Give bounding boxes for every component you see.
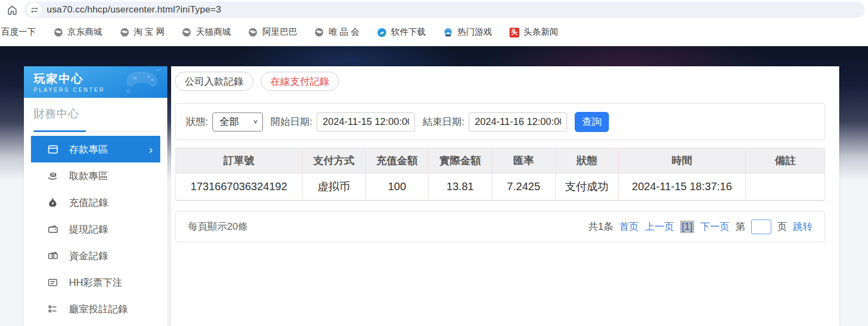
tab-company-deposit-records[interactable]: 公司入款記錄 bbox=[175, 72, 253, 91]
sidebar-item-label: 提現記錄 bbox=[69, 223, 108, 236]
bookmark-label: 热门游戏 bbox=[457, 27, 492, 38]
jump-page-input[interactable] bbox=[751, 220, 771, 234]
site-settings-icon[interactable] bbox=[27, 3, 41, 17]
bookmark-baidu[interactable]: 百度一下 bbox=[1, 27, 36, 38]
pagination-bar: 每頁顯示20條 共1条 首页 上一页 [1] 下一页 第 页 跳转 bbox=[175, 211, 825, 242]
tab-online-payment-records[interactable]: 在線支付記錄 bbox=[261, 72, 339, 91]
bookmark-label: 天猫商城 bbox=[196, 27, 231, 38]
cell-time: 2024-11-15 18:37:16 bbox=[619, 173, 746, 200]
sidebar-header: 玩家中心 PLAYERS CENTER bbox=[24, 66, 167, 98]
bookmark-label: 淘 宝 网 bbox=[134, 27, 165, 38]
wallet-icon bbox=[46, 223, 59, 235]
sidebar-item-label: 廳室投註記錄 bbox=[69, 303, 128, 316]
prev-page-link[interactable]: 上一页 bbox=[645, 220, 674, 233]
bookmark-label: 唯 品 会 bbox=[329, 27, 360, 38]
globe-icon bbox=[119, 28, 129, 37]
software-download-icon bbox=[377, 28, 387, 37]
col-header-exchange-rate: 匯率 bbox=[492, 148, 556, 173]
table-header-row: 訂單號 支付方式 充值金額 實際金額 匯率 狀態 時間 備註 bbox=[176, 148, 825, 173]
sidebar-item-label: 資金記錄 bbox=[69, 249, 108, 262]
sidebar-item-label: 充值記錄 bbox=[69, 196, 108, 209]
chevron-down-icon: ˅ bbox=[253, 118, 257, 126]
bookmark-label: 软件下载 bbox=[391, 27, 426, 38]
bookmark-jd[interactable]: 京东商城 bbox=[53, 27, 102, 38]
bookmark-label: 头条新闻 bbox=[524, 27, 558, 38]
game-mascot-icon bbox=[443, 28, 453, 37]
next-page-link[interactable]: 下一页 bbox=[700, 220, 729, 233]
cell-payment-method: 虚拟币 bbox=[303, 173, 366, 200]
ticket-list-icon bbox=[46, 277, 59, 288]
toutiao-icon: 头 bbox=[510, 28, 519, 37]
sidebar: 玩家中心 PLAYERS CENTER 財務中心 存款專區 › 取款專區 ¥ 充… bbox=[24, 66, 167, 326]
record-tabs: 公司入款記錄 在線支付記錄 bbox=[175, 72, 347, 91]
main-panel: 公司入款記錄 在線支付記錄 狀態: 全部 ˅ 開始日期: 結束日期: 查詢 訂單… bbox=[171, 66, 839, 326]
sidebar-item-withdrawal-records[interactable]: 提現記錄 bbox=[31, 216, 160, 242]
col-header-remark: 備註 bbox=[746, 148, 825, 173]
sidebar-item-funds-records[interactable]: 資金記錄 bbox=[31, 242, 160, 269]
status-label: 狀態: bbox=[186, 115, 208, 128]
globe-icon bbox=[248, 28, 258, 37]
cell-remark bbox=[746, 173, 825, 200]
globe-icon bbox=[315, 28, 324, 37]
bookmark-software[interactable]: 软件下载 bbox=[377, 27, 426, 38]
bookmark-label: 京东商城 bbox=[67, 27, 102, 38]
sidebar-item-label: 存款專區 bbox=[69, 143, 108, 156]
bookmark-games[interactable]: 热门游戏 bbox=[443, 27, 492, 38]
banknote-icon bbox=[46, 250, 59, 261]
first-page-link[interactable]: 首页 bbox=[619, 220, 639, 233]
cell-recharge-amount: 100 bbox=[366, 173, 429, 200]
bookmark-label: 阿里巴巴 bbox=[262, 27, 297, 38]
status-select-value: 全部 bbox=[219, 115, 239, 128]
cell-exchange-rate: 7.2425 bbox=[492, 173, 556, 200]
finance-center-title: 財務中心 bbox=[34, 106, 158, 121]
sidebar-section: 財務中心 bbox=[34, 106, 158, 131]
status-select[interactable]: 全部 ˅ bbox=[212, 112, 263, 131]
total-count-text: 共1条 bbox=[588, 220, 613, 233]
cell-order-no: 1731667036324192 bbox=[176, 173, 303, 200]
address-bar[interactable]: usa70.cc/hhcp/usercenter.html?iniType=3 bbox=[24, 2, 865, 18]
sidebar-item-hh-lottery-bets[interactable]: HH彩票下注 bbox=[31, 269, 160, 296]
jump-button[interactable]: 跳转 bbox=[793, 220, 813, 233]
bullet-list-icon bbox=[46, 304, 59, 315]
end-date-input[interactable] bbox=[469, 112, 567, 131]
cell-status: 支付成功 bbox=[556, 173, 619, 200]
sidebar-item-hall-bet-records[interactable]: 廳室投註記錄 bbox=[31, 296, 160, 322]
globe-icon bbox=[53, 28, 63, 37]
col-header-actual-amount: 實際金額 bbox=[429, 148, 492, 173]
chevron-right-icon: › bbox=[149, 144, 153, 155]
sidebar-item-withdraw[interactable]: 取款專區 bbox=[31, 162, 160, 189]
start-date-label: 開始日期: bbox=[271, 115, 312, 128]
jump-suffix-text: 页 bbox=[777, 220, 787, 233]
sidebar-item-label: HH彩票下注 bbox=[69, 276, 122, 289]
filter-panel: 狀態: 全部 ˅ 開始日期: 結束日期: 查詢 bbox=[175, 103, 825, 140]
browser-toolbar: usa70.cc/hhcp/usercenter.html?iniType=3 bbox=[0, 0, 868, 20]
start-date-input[interactable] bbox=[317, 112, 415, 131]
records-table: 訂單號 支付方式 充值金額 實際金額 匯率 狀態 時間 備註 173166703… bbox=[175, 148, 825, 201]
search-button[interactable]: 查詢 bbox=[575, 112, 609, 132]
pagination-controls: 共1条 首页 上一页 [1] 下一页 第 页 跳转 bbox=[582, 220, 813, 234]
cell-actual-amount: 13.81 bbox=[429, 173, 492, 200]
gamepad-icon bbox=[121, 68, 163, 95]
bookmark-taobao[interactable]: 淘 宝 网 bbox=[119, 27, 165, 38]
withdraw-hand-icon bbox=[46, 170, 59, 182]
bookmark-label: 百度一下 bbox=[1, 27, 36, 38]
jump-prefix-text: 第 bbox=[735, 220, 745, 233]
col-header-status: 狀態 bbox=[556, 148, 619, 173]
screen: usa70.cc/hhcp/usercenter.html?iniType=3 … bbox=[0, 0, 868, 326]
current-page-indicator: [1] bbox=[680, 221, 694, 233]
sidebar-item-deposit[interactable]: 存款專區 › bbox=[31, 136, 160, 162]
bookmark-vip[interactable]: 唯 品 会 bbox=[315, 27, 360, 38]
sidebar-item-label: 取款專區 bbox=[69, 170, 108, 183]
svg-text:¥: ¥ bbox=[52, 202, 54, 205]
bookmark-toutiao[interactable]: 头 头条新闻 bbox=[510, 27, 558, 38]
url-text[interactable]: usa70.cc/hhcp/usercenter.html?iniType=3 bbox=[47, 4, 221, 15]
col-header-time: 時間 bbox=[619, 148, 746, 173]
home-icon bbox=[7, 4, 18, 16]
sidebar-item-recharge-records[interactable]: ¥ 充值記錄 bbox=[31, 189, 160, 216]
bookmarks-bar: 百度一下 京东商城 淘 宝 网 天猫商城 阿里巴巴 唯 品 会 软件下载 热门 bbox=[0, 20, 868, 46]
bookmark-tmall[interactable]: 天猫商城 bbox=[182, 27, 231, 38]
col-header-payment-method: 支付方式 bbox=[303, 148, 366, 173]
bookmark-alibaba[interactable]: 阿里巴巴 bbox=[248, 27, 297, 38]
home-button[interactable] bbox=[0, 4, 24, 16]
end-date-label: 結束日期: bbox=[423, 115, 464, 128]
